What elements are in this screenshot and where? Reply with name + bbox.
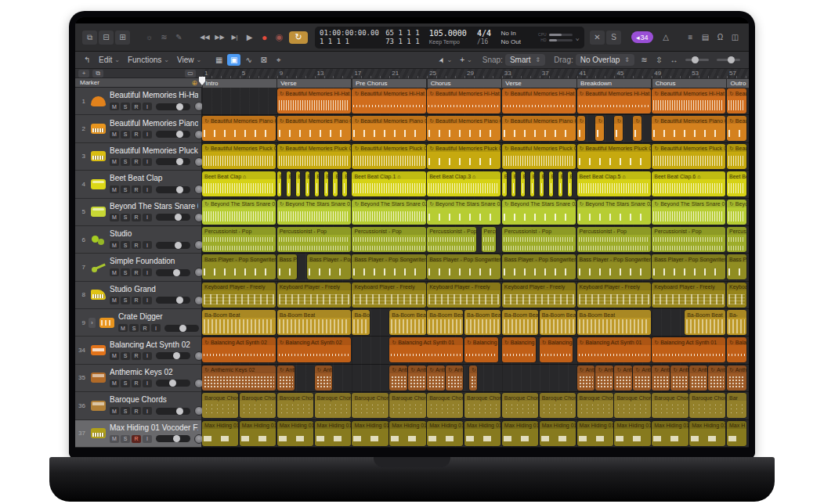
mute-button[interactable]: M [110,268,119,276]
track-lane[interactable]: ↻Balancing Act Synth 02↻Balancing Act Sy… [202,337,749,364]
region[interactable]: Bass Player - Pop Songwriter [202,254,276,279]
command-tool-menu[interactable]: +⌄ [460,56,472,64]
record-enable-button[interactable]: R [132,158,141,166]
region[interactable]: Beet Beat Clap.6 ⌂ [652,171,725,196]
region[interactable]: Baroque Chords [464,393,501,418]
region[interactable]: ↻Beyond The Stars Snare 02.2 [502,200,576,225]
region[interactable]: ↻Anthe [708,365,725,391]
marker-section[interactable]: Chorus [428,79,501,88]
mute-button[interactable]: M [118,324,128,332]
mute-button[interactable]: M [110,185,119,193]
track-lane[interactable]: Ba-Boom BeatBa-Boom BeatBa-BooBa-Boom Be… [202,309,749,337]
region[interactable]: ↻Beyond The Stars Snare 02.1 [427,200,501,225]
region[interactable]: Keyboard Player - Freely [427,283,501,308]
region[interactable]: ↻Beautiful Memories Hi-Hat 02.2 [502,88,576,113]
automation-button[interactable]: ∿ [242,54,255,66]
volume-slider[interactable] [156,297,190,304]
solo-button[interactable]: S [121,185,130,193]
marker-section[interactable]: Outro [727,79,749,88]
volume-slider[interactable] [156,186,190,193]
volume-slider[interactable] [156,214,190,221]
marker-section[interactable]: Breakdown [577,79,651,88]
solo-button[interactable]: S [121,158,130,166]
region[interactable]: Max Hiding 01 V [202,421,238,446]
region[interactable]: ↻Beyond The Stars Snare 02.3 [577,200,651,225]
region[interactable]: ↻Balancing Ac [727,337,746,362]
region[interactable]: Baroque Chords [689,393,725,418]
region[interactable]: ↻Anthe [277,365,295,391]
vertical-auto-zoom-button[interactable]: ⇳ [652,54,666,66]
solo-button[interactable]: S [121,380,130,387]
region[interactable]: ↻Anthe [652,365,669,391]
track-header[interactable]: 36Baroque ChordsMSRI [75,392,201,419]
record-enable-button[interactable]: R [132,380,141,387]
track-lane[interactable]: ↻Beyond The Stars Snare 01 ∞↻Beyond The … [202,199,749,226]
volume-slider[interactable] [156,131,190,138]
region[interactable]: Max Hiding 01 V [315,421,351,446]
apple-loops-button[interactable]: Ω [714,31,727,45]
edit-menu[interactable]: Edit⌄ [99,56,120,64]
region[interactable]: ↻Anthe [427,365,444,391]
solo-button[interactable]: S [129,324,139,332]
region[interactable]: Bass Player - Pop So [307,254,351,279]
record-enable-button[interactable]: R [132,268,141,276]
region[interactable]: Ba-Boo [352,310,369,335]
track-header[interactable]: 6StudioMSRI [75,226,201,254]
region[interactable]: ↻Balancing Act Synth 01 [652,337,725,362]
region[interactable]: ↻Balancing Act [502,337,536,362]
region[interactable]: Bar [727,393,746,418]
region[interactable]: ↻Anthe [408,365,425,391]
mute-button[interactable]: M [110,407,119,415]
region[interactable]: Bass Player - Pop Songwriter [502,254,576,279]
record-enable-button[interactable]: R [132,131,141,139]
region[interactable]: ↻A [469,365,477,391]
quick-help-button[interactable]: ⊞ [115,31,130,45]
region[interactable]: ↻Anthe [670,365,688,391]
rewind-button[interactable]: ◀◀ [198,31,211,45]
track-header[interactable]: 4Beet Beat ClapMSRI [75,171,201,198]
region[interactable]: Keyboard Player - Freely [502,283,576,308]
region[interactable]: B [296,171,301,196]
region[interactable]: ↻Beautiful Memories Piano 02.2 [502,116,576,141]
region[interactable]: Beet Beat Clap.5 ⌂ [577,171,651,196]
record-enable-button[interactable]: R [132,185,141,193]
input-monitor-button[interactable]: I [143,158,152,166]
region[interactable]: ↻Balancing [540,337,573,362]
track-header[interactable]: 34Balancing Act Synth 02MSRI [75,337,201,364]
region[interactable]: ↻Beautiful Memories Piano 02 [427,116,501,141]
region[interactable]: Bass Player - Pop Songwriter [352,254,425,279]
region[interactable]: Max Hiding 01 V [577,421,613,446]
region[interactable]: ↻Be [595,116,603,141]
flex-button[interactable]: ⊠ [257,54,270,66]
record-enable-button[interactable]: R [132,103,141,110]
region[interactable]: ↻Beautiful Memories Piano 01 [202,116,276,141]
volume-knob[interactable] [175,214,182,221]
region[interactable]: Keyboard Player - Freely [352,283,425,308]
record-enable-button[interactable]: R [132,241,141,249]
volume-knob[interactable] [173,352,180,359]
region[interactable]: Percussionist - Pop [352,227,425,252]
panel-option-button[interactable]: ▭ [185,70,196,77]
region[interactable]: Keyboard Player - Freely [202,283,276,308]
track-lane[interactable]: ↻Beautiful Memories Piano 01↻Beautiful M… [202,115,749,142]
region[interactable]: Max Hiding 01 V [540,421,576,446]
region[interactable]: Max H [727,421,746,446]
region[interactable]: ↻Anthe [633,365,650,391]
track-lane[interactable]: Percussionist - PopPercussionist - PopPe… [202,226,749,254]
smart-controls-button[interactable]: ☼ [143,31,156,45]
view-menu[interactable]: View⌄ [177,56,201,64]
region[interactable]: Keyboard Player - Freely [277,283,351,308]
region[interactable]: ↻Balancing Act Synth 02 [277,337,351,362]
volume-knob[interactable] [176,408,183,415]
region[interactable]: Beet Bea [727,171,746,196]
region[interactable]: Ba-Boom Beat [277,310,351,335]
track-header[interactable]: 37Max Hiding 01 Vocoder FXMSRI [75,420,201,448]
metronome-button[interactable]: △ [660,31,673,45]
region[interactable]: B [568,171,573,196]
region[interactable]: ↻Beyond The S [727,200,746,225]
region[interactable]: Keyboard Player - Freely [577,283,651,308]
region[interactable]: Baroque Chords [389,393,425,418]
volume-knob[interactable] [176,131,183,138]
snap-dropdown[interactable]: Smart⇕ [505,54,545,66]
solo-button[interactable]: S [121,435,130,443]
